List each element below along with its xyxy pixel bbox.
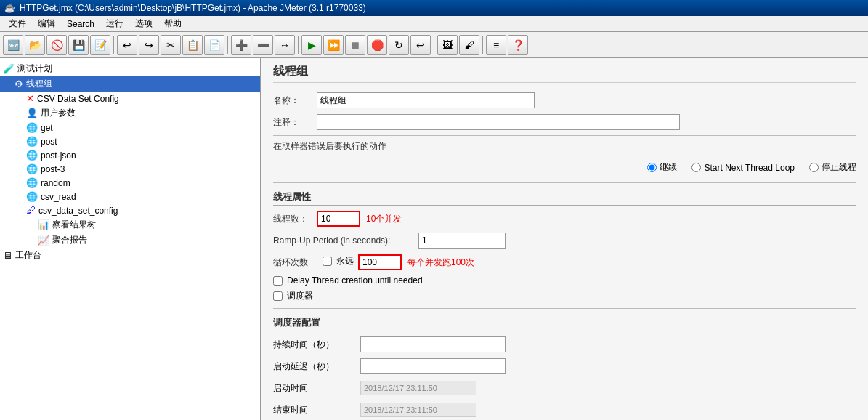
forever-checkbox[interactable]: [323, 257, 332, 266]
tree-item-random[interactable]: 🌐 random: [0, 176, 260, 190]
loop-count-input[interactable]: [358, 254, 402, 270]
help-button[interactable]: ❓: [508, 35, 528, 55]
paste-button[interactable]: 📄: [204, 35, 224, 55]
screen-button[interactable]: 🖼: [437, 35, 458, 55]
name-row: 名称：: [273, 92, 856, 109]
tree-item-get[interactable]: 🌐 get: [0, 121, 260, 134]
start-no-pause-button[interactable]: ⏩: [323, 35, 344, 55]
menu-run[interactable]: 运行: [100, 16, 129, 31]
end-time-row: 结束时间: [273, 401, 856, 419]
duration-input[interactable]: [360, 336, 506, 352]
duration-label: 持续时间（秒）: [273, 339, 360, 351]
divider3: [273, 308, 856, 309]
toolbar: 🆕 📂 🚫 💾 📝 ↩ ↪ ✂ 📋 📄 ➕ ➖ ↔ ▶ ⏩ ⏹ 🛑 ↻ ↩ 🖼 …: [0, 32, 868, 58]
name-input[interactable]: [317, 92, 535, 108]
delay-thread-row: Delay Thread creation until needed: [273, 275, 856, 286]
get-icon: 🌐: [26, 122, 38, 133]
name-label: 名称：: [273, 94, 317, 107]
save-button[interactable]: 💾: [68, 35, 89, 55]
menu-help[interactable]: 帮助: [158, 16, 187, 31]
open-button[interactable]: 📂: [25, 35, 45, 55]
start-next-radio[interactable]: [691, 163, 701, 172]
tree-item-thread-group[interactable]: ⚙ 线程组: [0, 76, 260, 92]
menu-options[interactable]: 选项: [129, 16, 158, 31]
copy-button[interactable]: 📋: [182, 35, 203, 55]
thread-count-label: 线程数：: [273, 213, 317, 225]
loop-count-label: 循环次数: [273, 257, 317, 269]
stop-thread-label: 停止线程: [822, 161, 856, 174]
thread-count-input[interactable]: [317, 211, 360, 227]
undo-button[interactable]: ↩: [117, 35, 137, 55]
comment-input[interactable]: [317, 114, 680, 130]
stop-thread-radio[interactable]: [809, 163, 819, 172]
new-button[interactable]: 🆕: [3, 35, 23, 55]
menu-bar: 文件 编辑 Search 运行 选项 帮助: [0, 16, 868, 32]
scheduler-checkbox[interactable]: [273, 291, 283, 301]
title-text: HTTPGet.jmx (C:\Users\admin\Desktop\jB\H…: [20, 3, 366, 13]
stop-thread-option[interactable]: 停止线程: [809, 161, 856, 174]
tree-item-test-plan[interactable]: 🧪 测试计划: [0, 61, 260, 76]
scheduler-label: 调度器: [287, 290, 313, 302]
menu-search[interactable]: Search: [61, 17, 100, 31]
scheduler-config-title: 调度器配置: [273, 316, 856, 331]
tree-item-post-json[interactable]: 🌐 post-json: [0, 148, 260, 162]
title-bar: ☕ HTTPGet.jmx (C:\Users\admin\Desktop\jB…: [0, 0, 868, 16]
csv-read-icon: 🌐: [26, 191, 38, 202]
start-time-input[interactable]: [360, 381, 476, 395]
tree-item-post[interactable]: 🌐 post: [0, 134, 260, 148]
ramp-up-input[interactable]: [418, 233, 506, 249]
sep1: [113, 36, 114, 54]
loop-count-annotation: 每个并发跑100次: [407, 257, 474, 269]
continue-radio[interactable]: [647, 163, 657, 172]
brush-button[interactable]: 🖌: [459, 35, 479, 55]
restart-button[interactable]: ↩: [410, 35, 431, 55]
random-icon: 🌐: [26, 177, 38, 188]
save-as-button[interactable]: 📝: [90, 35, 110, 55]
stop-button[interactable]: ⏹: [345, 35, 365, 55]
start-time-row: 启动时间: [273, 379, 856, 397]
tree-label: csv_read: [41, 192, 76, 202]
stop-all-button[interactable]: 🚫: [46, 35, 67, 55]
tree-item-workbench[interactable]: 🖥 工作台: [0, 248, 260, 263]
loop-count-row: 循环次数 永远 每个并发跑100次: [273, 254, 856, 271]
user-params-icon: 👤: [26, 108, 38, 118]
start-time-label: 启动时间: [273, 382, 360, 395]
continue-option[interactable]: 继续: [647, 161, 677, 174]
tree-label: CSV Data Set Config: [37, 94, 119, 104]
menu-edit[interactable]: 编辑: [32, 16, 61, 31]
tree-item-csv-read[interactable]: 🌐 csv_read: [0, 190, 260, 203]
redo-button[interactable]: ↪: [139, 35, 159, 55]
tree-item-view-results[interactable]: 📊 察看结果树: [0, 217, 260, 233]
thread-count-annotation: 10个并发: [366, 213, 402, 225]
add-button[interactable]: ➕: [231, 35, 251, 55]
forever-checkbox-label[interactable]: 永远: [323, 255, 354, 267]
tree-item-csv-data-set[interactable]: ✕ CSV Data Set Config: [0, 92, 260, 105]
start-next-option[interactable]: Start Next Thread Loop: [691, 163, 795, 173]
tree-item-user-params[interactable]: 👤 用户参数: [0, 105, 260, 121]
delay-thread-checkbox[interactable]: [273, 276, 283, 286]
post-3-icon: 🌐: [26, 163, 38, 174]
tree-label: get: [41, 123, 53, 133]
app-icon: ☕: [4, 3, 15, 13]
restart-loop-button[interactable]: ↻: [389, 35, 409, 55]
cut-button[interactable]: ✂: [161, 35, 181, 55]
tree-label: 聚合报告: [52, 234, 87, 246]
menu-file[interactable]: 文件: [3, 16, 32, 31]
shutdown-button[interactable]: 🛑: [367, 35, 387, 55]
remove-button[interactable]: ➖: [253, 35, 273, 55]
tree-label: post-json: [41, 150, 76, 161]
start-button[interactable]: ▶: [301, 35, 322, 55]
tree-item-aggregate-report[interactable]: 📈 聚合报告: [0, 233, 260, 248]
divider2: [273, 182, 856, 183]
tree-label: post-3: [41, 164, 65, 174]
tree-item-post-3[interactable]: 🌐 post-3: [0, 162, 260, 176]
list-button[interactable]: ≡: [486, 35, 506, 55]
comment-label: 注释：: [273, 116, 317, 129]
sep4: [434, 36, 434, 54]
startup-delay-input[interactable]: [360, 358, 506, 374]
expand-button[interactable]: ↔: [275, 35, 295, 55]
tree-label: random: [41, 178, 70, 188]
tree-label: post: [41, 137, 57, 147]
tree-item-csv-data-set-config[interactable]: 🖊 csv_data_set_config: [0, 203, 260, 217]
end-time-input[interactable]: [360, 403, 476, 417]
